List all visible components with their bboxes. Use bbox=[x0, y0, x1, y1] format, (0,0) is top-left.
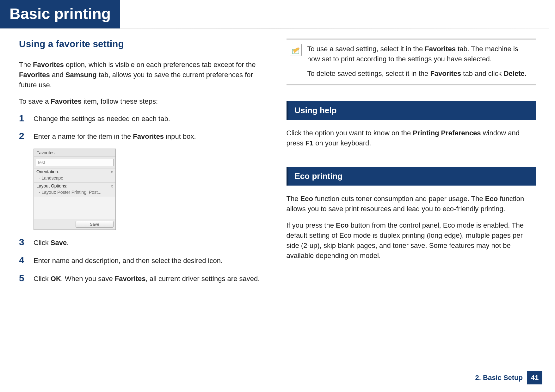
page-header: Basic printing bbox=[0, 0, 555, 28]
text-bold: Save bbox=[51, 239, 67, 247]
footer-page-number: 41 bbox=[527, 371, 542, 384]
text-bold: F1 bbox=[305, 139, 313, 147]
text: , all current driver settings are saved. bbox=[146, 275, 260, 283]
favorites-blank-area bbox=[34, 197, 115, 219]
favorites-row-layout-value: - Layout: Poster Printing, Post... bbox=[34, 189, 115, 197]
text-bold: Samsung bbox=[65, 71, 97, 79]
text: on your keyboard. bbox=[313, 139, 371, 147]
text: item, follow these steps: bbox=[82, 97, 158, 105]
text: The bbox=[287, 195, 300, 203]
right-column: To use a saved setting, select it in the… bbox=[287, 39, 536, 291]
note-icon bbox=[290, 44, 302, 56]
favorites-row-label: Layout Options: bbox=[36, 183, 67, 188]
text: function cuts toner consumption and pape… bbox=[313, 195, 485, 203]
section-banner-eco-printing: Eco printing bbox=[287, 167, 536, 186]
text-bold: Eco bbox=[485, 195, 498, 203]
step-text: Click Save. bbox=[34, 237, 69, 248]
text-bold: Printing Preferences bbox=[413, 129, 481, 137]
left-column: Using a favorite setting The Favorites o… bbox=[19, 39, 269, 291]
step-item: 5 Click OK. When you save Favorites, all… bbox=[19, 273, 269, 284]
text: . When you save bbox=[61, 275, 115, 283]
text-bold: Favorites bbox=[133, 132, 164, 140]
text: input box. bbox=[164, 132, 196, 140]
favorites-panel-title: Favorites bbox=[34, 149, 115, 157]
intro-paragraph-2: To save a Favorites item, follow these s… bbox=[19, 96, 269, 107]
page-title: Basic printing bbox=[0, 0, 120, 28]
steps-list-cont: 3 Click Save. 4 Enter name and descripti… bbox=[19, 237, 269, 284]
eco-paragraph-2: If you press the Eco button from the con… bbox=[287, 220, 536, 261]
text: Enter a name for the item in the bbox=[34, 132, 133, 140]
text: To save a bbox=[19, 97, 51, 105]
step-number: 4 bbox=[19, 255, 34, 265]
favorites-row-orientation: Orientation: x bbox=[34, 168, 115, 175]
text: Click the option you want to know on the bbox=[287, 129, 413, 137]
note-box: To use a saved setting, select it in the… bbox=[287, 39, 536, 85]
text-bold: Delete bbox=[504, 70, 525, 77]
text-bold: Favorites bbox=[425, 45, 456, 53]
section-banner-using-help: Using help bbox=[287, 101, 536, 120]
footer-chapter: 2. Basic Setup bbox=[475, 374, 523, 382]
steps-list: 1 Change the settings as needed on each … bbox=[19, 113, 269, 142]
text: The bbox=[19, 61, 33, 69]
step-text: Change the settings as needed on each ta… bbox=[34, 113, 170, 124]
favorites-row-orientation-value: - Landscape bbox=[34, 175, 115, 182]
text: and bbox=[50, 71, 65, 79]
note-paragraph: To use a saved setting, select it in the… bbox=[307, 44, 533, 64]
favorites-row-layout: Layout Options: x bbox=[34, 182, 115, 189]
text-bold: Favorites bbox=[430, 70, 461, 77]
close-icon[interactable]: x bbox=[111, 169, 113, 174]
text: To use a saved setting, select it in the bbox=[307, 45, 425, 53]
page-footer: 2. Basic Setup 41 bbox=[475, 371, 542, 384]
favorites-row-label: Orientation: bbox=[36, 169, 59, 174]
text: . bbox=[67, 239, 69, 247]
text-bold: Favorites bbox=[19, 71, 50, 79]
note-text: To use a saved setting, select it in the… bbox=[307, 44, 533, 79]
text: Click bbox=[34, 239, 51, 247]
step-text: Click OK. When you save Favorites, all c… bbox=[34, 273, 260, 284]
step-item: 2 Enter a name for the item in the Favor… bbox=[19, 131, 269, 142]
save-button[interactable]: Save bbox=[76, 221, 114, 228]
text-bold: OK bbox=[51, 275, 61, 283]
step-text: Enter a name for the item in the Favorit… bbox=[34, 131, 196, 142]
text-bold: Eco bbox=[300, 195, 313, 203]
close-icon[interactable]: x bbox=[111, 184, 113, 188]
step-number: 1 bbox=[19, 113, 34, 123]
subtitle-favorite-setting: Using a favorite setting bbox=[19, 39, 269, 52]
step-number: 2 bbox=[19, 131, 34, 141]
help-paragraph: Click the option you want to know on the… bbox=[287, 128, 536, 148]
favorites-save-row: Save bbox=[34, 219, 115, 230]
text: Click bbox=[34, 275, 51, 283]
step-item: 1 Change the settings as needed on each … bbox=[19, 113, 269, 124]
step-item: 3 Click Save. bbox=[19, 237, 269, 248]
intro-paragraph-1: The Favorites option, which is visible o… bbox=[19, 60, 269, 90]
step-text: Enter name and description, and then sel… bbox=[34, 255, 223, 266]
step-number: 5 bbox=[19, 273, 34, 283]
text: tab and click bbox=[461, 70, 504, 77]
text: If you press the bbox=[287, 221, 336, 229]
step-number: 3 bbox=[19, 237, 34, 247]
text-bold: Favorites bbox=[33, 61, 64, 69]
text: . bbox=[525, 70, 527, 77]
text: option, which is visible on each prefere… bbox=[64, 61, 256, 69]
favorites-name-input[interactable] bbox=[36, 159, 114, 166]
text-bold: Eco bbox=[336, 221, 348, 229]
content-columns: Using a favorite setting The Favorites o… bbox=[0, 29, 555, 291]
text: To delete saved settings, select it in t… bbox=[307, 70, 430, 77]
eco-paragraph-1: The Eco function cuts toner consumption … bbox=[287, 194, 536, 214]
text-bold: Favorites bbox=[115, 275, 146, 283]
step-item: 4 Enter name and description, and then s… bbox=[19, 255, 269, 266]
text-bold: Favorites bbox=[51, 97, 82, 105]
note-paragraph: To delete saved settings, select it in t… bbox=[307, 69, 533, 79]
favorites-panel: Favorites Orientation: x - Landscape Lay… bbox=[34, 149, 116, 230]
